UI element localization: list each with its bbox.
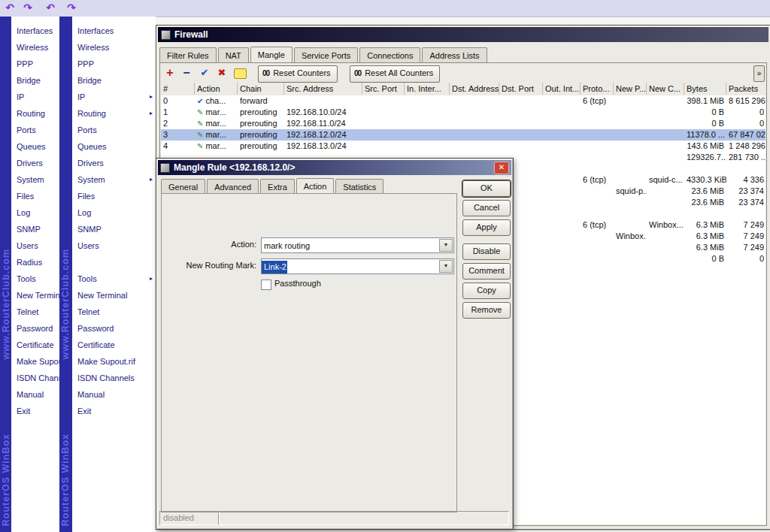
remove-rule-icon[interactable]: −: [179, 65, 194, 80]
sidebar-item-new-terminal[interactable]: New Terminal: [72, 287, 156, 304]
sidebar-item-log[interactable]: Log: [72, 204, 156, 221]
ok-button[interactable]: OK: [462, 180, 511, 197]
copy-button[interactable]: Copy: [462, 283, 511, 299]
dialog-tab-statistics[interactable]: Statistics: [335, 179, 383, 195]
sidebar-item-routing[interactable]: Routing: [11, 105, 59, 122]
column-header-action[interactable]: Action: [195, 83, 238, 95]
apply-button[interactable]: Apply: [462, 219, 511, 236]
tab-nat[interactable]: NAT: [218, 47, 249, 63]
redo-button[interactable]: ↷: [20, 1, 36, 15]
sidebar-item-manual[interactable]: Manual: [11, 386, 59, 403]
tab-service-ports[interactable]: Service Ports: [294, 47, 358, 63]
close-icon[interactable]: ✕: [494, 162, 509, 174]
sidebar-item-make-supout-rif[interactable]: Make Supout.rif: [11, 353, 59, 370]
dialog-tab-general[interactable]: General: [161, 179, 205, 195]
undo-button[interactable]: ↶: [2, 1, 18, 15]
add-rule-icon[interactable]: +: [162, 65, 177, 80]
comment-button[interactable]: Comment: [462, 263, 511, 280]
sidebar-item-blank[interactable]: [72, 254, 156, 271]
sidebar-item-ppp[interactable]: PPP: [11, 56, 59, 72]
sidebar-item-tools[interactable]: Tools▸: [72, 271, 156, 287]
tab-mangle[interactable]: Mangle: [250, 47, 293, 63]
sidebar-item-ppp[interactable]: PPP: [72, 56, 156, 72]
tab-connections[interactable]: Connections: [359, 47, 420, 63]
chevron-right-icon[interactable]: »: [753, 65, 765, 82]
sidebar-item-routing[interactable]: Routing▸: [72, 105, 156, 122]
sidebar-item-bridge[interactable]: Bridge: [11, 72, 59, 89]
column-header-src-address[interactable]: Src. Address: [284, 83, 362, 95]
cancel-button[interactable]: Cancel: [462, 200, 511, 216]
sidebar-item-ip[interactable]: IP▸: [72, 89, 156, 105]
column-header-src-port[interactable]: Src. Port: [362, 83, 405, 95]
sidebar-item-ports[interactable]: Ports: [72, 122, 156, 138]
sidebar-item-ip[interactable]: IP: [11, 89, 59, 105]
sidebar-item-drivers[interactable]: Drivers: [11, 155, 59, 171]
column-header-new-p[interactable]: New P...: [614, 83, 647, 95]
enable-rule-icon[interactable]: ✔: [197, 65, 212, 80]
sidebar-item-tools[interactable]: Tools: [11, 271, 59, 287]
disable-rule-icon[interactable]: ✖: [214, 65, 229, 80]
sidebar-item-manual[interactable]: Manual: [72, 386, 156, 403]
chevron-down-icon[interactable]: ▼: [439, 239, 453, 252]
dialog-title-bar[interactable]: Mangle Rule <192.168.12.0/> ✕: [158, 160, 511, 175]
dialog-tab-extra[interactable]: Extra: [260, 179, 295, 195]
column-header-packets[interactable]: Packets: [726, 83, 765, 95]
reset-counters-button[interactable]: 00Reset Counters: [258, 65, 338, 83]
sidebar-item-system[interactable]: System▸: [72, 171, 156, 188]
sidebar-item-password[interactable]: Password: [11, 320, 59, 337]
column-header-out-int[interactable]: Out. Int...: [543, 83, 581, 95]
dialog-tab-advanced[interactable]: Advanced: [207, 179, 259, 195]
sidebar-item-wireless[interactable]: Wireless: [72, 39, 156, 56]
sidebar-item-files[interactable]: Files: [11, 188, 59, 204]
reset-all-counters-button[interactable]: 00Reset All Counters: [350, 65, 440, 83]
sidebar-item-wireless[interactable]: Wireless: [11, 39, 59, 56]
chevron-down-icon[interactable]: ▼: [439, 260, 453, 273]
dialog-tab-action[interactable]: Action: [296, 178, 335, 195]
sidebar-item-telnet[interactable]: Telnet: [11, 304, 59, 320]
sidebar-item-drivers[interactable]: Drivers: [72, 155, 156, 171]
comment-icon[interactable]: [234, 68, 247, 79]
sidebar-item-queues[interactable]: Queues: [11, 138, 59, 155]
disable-button[interactable]: Disable: [462, 243, 511, 260]
table-row[interactable]: 4✎mar...prerouting192.168.13.0/24143.6 M…: [161, 141, 765, 152]
action-dropdown[interactable]: mark routing ▼: [261, 237, 454, 253]
sidebar-item-interfaces[interactable]: Interfaces: [72, 23, 156, 39]
remove-button[interactable]: Remove: [462, 302, 511, 319]
sidebar-item-certificate[interactable]: Certificate: [11, 337, 59, 353]
sidebar-item-isdn-channels[interactable]: ISDN Channels: [72, 370, 156, 386]
sidebar-item-snmp[interactable]: SNMP: [72, 221, 156, 237]
tab-filter-rules[interactable]: Filter Rules: [159, 47, 217, 63]
firewall-title-bar[interactable]: Firewall: [158, 27, 768, 42]
column-header-in-inter[interactable]: In. Inter...: [405, 83, 450, 95]
table-row[interactable]: 2✎mar...prerouting192.168.11.0/240 B0: [161, 118, 765, 129]
sidebar-item-new-terminal[interactable]: New Terminal: [11, 287, 59, 304]
sidebar-item-interfaces[interactable]: Interfaces: [11, 23, 59, 39]
column-header-dst-port[interactable]: Dst. Port: [499, 83, 543, 95]
sidebar-item-exit[interactable]: Exit: [11, 403, 59, 419]
sidebar-item-system[interactable]: System: [11, 171, 59, 188]
sidebar-item-radius[interactable]: Radius: [11, 254, 59, 271]
sidebar-item-password[interactable]: Password: [72, 320, 156, 337]
sidebar-item-exit[interactable]: Exit: [72, 403, 156, 419]
new-routing-mark-dropdown[interactable]: Link-2 ▼: [261, 258, 454, 274]
column-header-new-c[interactable]: New C...: [647, 83, 684, 95]
sidebar-item-snmp[interactable]: SNMP: [11, 221, 59, 237]
column-header-bytes[interactable]: Bytes: [684, 83, 726, 95]
sidebar-item-users[interactable]: Users: [72, 237, 156, 254]
sidebar-item-files[interactable]: Files: [72, 188, 156, 204]
sidebar-item-users[interactable]: Users: [11, 237, 59, 254]
sidebar-item-telnet[interactable]: Telnet: [72, 304, 156, 320]
redo-button[interactable]: ↷: [63, 1, 80, 15]
column-header-blank[interactable]: #: [161, 83, 195, 95]
column-header-proto[interactable]: Proto...: [581, 83, 614, 95]
sidebar-item-queues[interactable]: Queues: [72, 138, 156, 155]
sidebar-item-bridge[interactable]: Bridge: [72, 72, 156, 89]
table-row[interactable]: 0✔cha...forward6 (tcp)398.1 MiB8 615 296: [161, 95, 765, 107]
sidebar-item-isdn-channels[interactable]: ISDN Channels: [11, 370, 59, 386]
sidebar-item-log[interactable]: Log: [11, 204, 59, 221]
sidebar-item-certificate[interactable]: Certificate: [72, 337, 156, 353]
passthrough-checkbox[interactable]: [261, 280, 271, 290]
sidebar-item-make-supout-rif[interactable]: Make Supout.rif: [72, 353, 156, 370]
tab-address-lists[interactable]: Address Lists: [422, 47, 487, 63]
undo-button[interactable]: ↶: [42, 1, 59, 15]
